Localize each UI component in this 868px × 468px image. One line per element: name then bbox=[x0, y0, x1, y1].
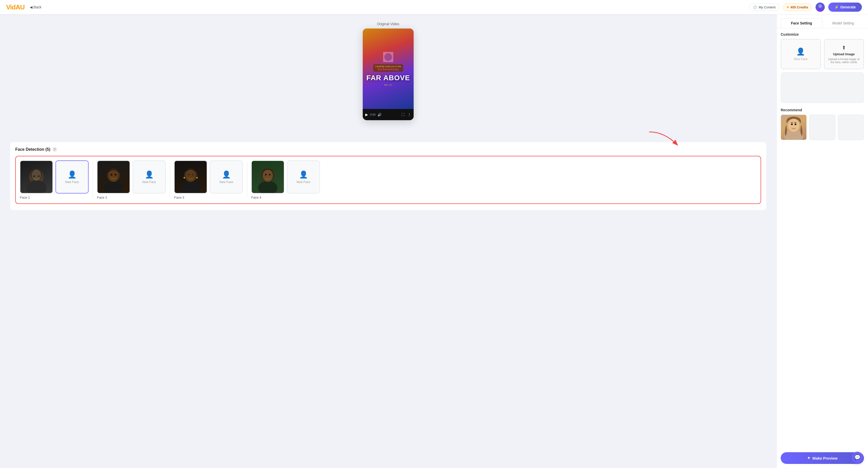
chat-bubble-button[interactable]: 💬 bbox=[852, 452, 863, 463]
face-detection-section: Face Detection (5) ? bbox=[10, 142, 766, 210]
face-group-1: 👤 New Face Face 1 bbox=[20, 160, 89, 199]
header-right: 🕐 My Content ♥ 455 Credits ⚡ Generate bbox=[749, 3, 862, 12]
svg-point-23 bbox=[184, 177, 185, 178]
face-3-label: Face 3 bbox=[174, 196, 243, 199]
svg-point-7 bbox=[32, 170, 41, 181]
back-arrow-icon: ◀ bbox=[30, 5, 33, 9]
svg-point-9 bbox=[38, 175, 39, 177]
separator-3 bbox=[247, 162, 247, 198]
make-preview-label: Make Preview bbox=[812, 456, 837, 460]
face-3-new-label: New Face bbox=[219, 180, 233, 184]
face-1-placeholder: 👤 New Face bbox=[65, 170, 79, 184]
face-preview-box bbox=[781, 72, 864, 103]
face-detection-box: 👤 New Face Face 1 bbox=[15, 156, 761, 204]
generate-button[interactable]: ⚡ Generate bbox=[828, 3, 862, 12]
svg-point-6 bbox=[26, 180, 46, 193]
person-icon-1: 👤 bbox=[68, 170, 76, 179]
content-area: Original Video Carefully Invite you to t… bbox=[0, 14, 776, 468]
header-left: VidAU ◀ Back bbox=[6, 3, 41, 11]
new-face-person-icon: 👤 bbox=[796, 47, 805, 56]
face-3-image bbox=[175, 161, 207, 193]
clock-icon: 🕐 bbox=[753, 5, 757, 9]
svg-point-25 bbox=[258, 181, 277, 193]
avatar bbox=[815, 3, 825, 12]
credits-label: 455 Credits bbox=[790, 5, 808, 9]
svg-point-15 bbox=[181, 181, 200, 193]
svg-point-33 bbox=[791, 123, 793, 125]
face-2-placeholder: 👤 New Face bbox=[142, 170, 156, 184]
recommend-section: Recommend bbox=[781, 108, 864, 140]
generate-icon: ⚡ bbox=[834, 5, 839, 9]
face-4-new-face-card[interactable]: 👤 New Face bbox=[287, 160, 320, 194]
customize-title: Customize bbox=[781, 32, 864, 36]
face-2-new-face-card[interactable]: 👤 New Face bbox=[133, 160, 166, 194]
face-4-cards: 👤 New Face bbox=[251, 160, 320, 194]
logo: VidAU bbox=[6, 3, 25, 11]
svg-point-14 bbox=[115, 174, 117, 176]
svg-point-8 bbox=[33, 175, 35, 177]
back-label: Back bbox=[34, 5, 41, 9]
recommend-card-1[interactable] bbox=[781, 115, 807, 140]
face-3-new-face-card[interactable]: 👤 New Face bbox=[210, 160, 243, 194]
face-4-placeholder: 👤 New Face bbox=[297, 170, 310, 184]
recommend-card-2[interactable] bbox=[809, 115, 835, 140]
new-face-card[interactable]: 👤 New Face bbox=[781, 39, 821, 69]
more-options-button[interactable]: ⋮ bbox=[407, 113, 411, 117]
red-arrow-icon bbox=[644, 129, 695, 150]
svg-point-29 bbox=[269, 174, 271, 175]
face-2-new-label: New Face bbox=[142, 180, 156, 184]
heart-icon: ♥ bbox=[787, 5, 789, 9]
face-3-photo-card[interactable] bbox=[174, 160, 207, 194]
tab-model-setting[interactable]: Model Setting bbox=[823, 18, 864, 28]
face-4-image bbox=[252, 161, 284, 193]
face-4-new-label: New Face bbox=[297, 180, 310, 184]
face-2-label: Face 2 bbox=[97, 196, 166, 199]
customize-grid: 👤 New Face ⬆ Upload Image Upload a front… bbox=[781, 39, 864, 69]
make-preview-button[interactable]: ✦ Make Preview bbox=[781, 452, 864, 464]
svg-point-22 bbox=[192, 174, 193, 175]
face-1-new-face-card[interactable]: 👤 New Face bbox=[56, 160, 89, 194]
upload-icon: ⬆ bbox=[842, 45, 846, 51]
upload-image-section[interactable]: ⬆ Upload Image Upload a frontal image of… bbox=[824, 39, 864, 69]
upload-image-label: Upload Image bbox=[833, 52, 855, 56]
recommend-title: Recommend bbox=[781, 108, 864, 112]
face-2-photo-card[interactable] bbox=[97, 160, 130, 194]
generate-label: Generate bbox=[840, 5, 856, 9]
time-display: 0:00 bbox=[370, 113, 375, 116]
face-2-cards: 👤 New Face bbox=[97, 160, 166, 194]
my-content-button[interactable]: 🕐 My Content bbox=[749, 4, 779, 11]
separator-2 bbox=[170, 162, 170, 198]
video-section: Original Video Carefully Invite you to t… bbox=[10, 22, 766, 120]
svg-point-12 bbox=[108, 170, 119, 182]
svg-point-32 bbox=[788, 119, 799, 132]
upload-sub-label: Upload a frontal image of the face, with… bbox=[828, 58, 861, 64]
face-4-label: Face 4 bbox=[251, 196, 320, 199]
sidebar-tabs: Face Setting Model Setting bbox=[777, 14, 868, 28]
back-button[interactable]: ◀ Back bbox=[30, 5, 41, 9]
face-1-new-label: New Face bbox=[65, 180, 79, 184]
recommend-card-3-inner bbox=[838, 115, 864, 140]
tab-face-setting[interactable]: Face Setting bbox=[781, 18, 823, 28]
person-icon-3: 👤 bbox=[222, 170, 231, 179]
face-3-cards: 👤 New Face bbox=[174, 160, 243, 194]
face-1-image bbox=[20, 161, 53, 193]
recommend-card-3[interactable] bbox=[838, 115, 864, 140]
face-group-2: 👤 New Face Face 2 bbox=[97, 160, 166, 199]
face-1-photo-card[interactable] bbox=[20, 160, 53, 194]
face-1-cards: 👤 New Face bbox=[20, 160, 89, 194]
play-button[interactable]: ▶ bbox=[365, 113, 368, 117]
video-controls: ▶ 0:00 🔊 ⛶ ⋮ bbox=[363, 109, 414, 120]
my-content-label: My Content bbox=[758, 5, 775, 9]
svg-point-21 bbox=[188, 174, 189, 175]
sparkle-icon: ✦ bbox=[807, 456, 810, 460]
faces-row: 👤 New Face Face 1 bbox=[20, 160, 756, 199]
face-4-photo-card[interactable] bbox=[251, 160, 284, 194]
face-3-placeholder: 👤 New Face bbox=[219, 170, 233, 184]
fullscreen-button[interactable]: ⛶ bbox=[401, 113, 404, 116]
face-2-image bbox=[97, 161, 130, 193]
customize-section: Customize 👤 New Face ⬆ Upload Image Uplo… bbox=[781, 32, 864, 103]
svg-point-27 bbox=[263, 170, 273, 182]
volume-button[interactable]: 🔊 bbox=[377, 113, 381, 117]
sidebar-content: Customize 👤 New Face ⬆ Upload Image Uplo… bbox=[777, 28, 868, 448]
svg-point-17 bbox=[186, 170, 196, 182]
